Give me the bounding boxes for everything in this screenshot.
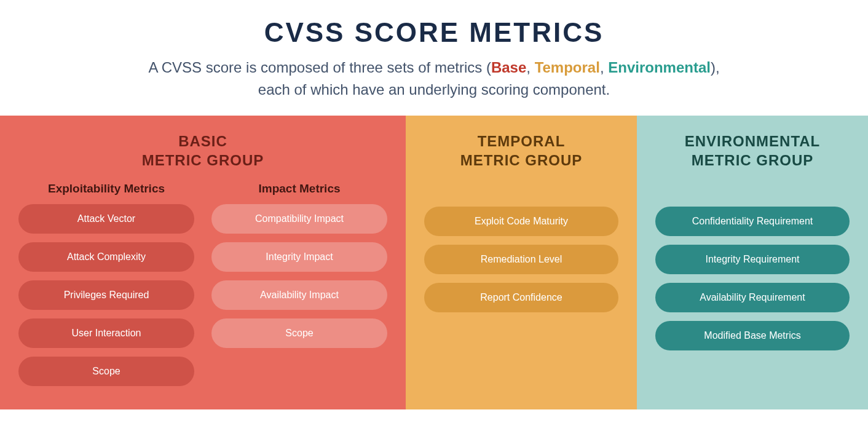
metric-pill: Modified Base Metrics: [655, 321, 850, 350]
subtitle-base: Base: [491, 59, 526, 76]
subtitle-line2: each of which have an underlying scoring…: [258, 81, 610, 98]
basic-metric-group: BASIC METRIC GROUP Exploitability Metric…: [0, 116, 406, 409]
metric-pill: Availability Impact: [211, 280, 387, 310]
subtitle-post1: ),: [711, 59, 720, 76]
metric-pill: Compatibility Impact: [211, 204, 387, 234]
subtitle-temporal: Temporal: [535, 59, 600, 76]
metric-groups: BASIC METRIC GROUP Exploitability Metric…: [0, 116, 868, 409]
environmental-metric-group: ENVIRONMENTAL METRIC GROUP Confidentiali…: [637, 116, 868, 409]
env-title-line2: METRIC GROUP: [692, 152, 814, 168]
exploitability-column: Exploitability Metrics Attack Vector Att…: [18, 182, 194, 395]
temporal-title-line2: METRIC GROUP: [460, 152, 583, 168]
subtitle-env: Environmental: [608, 59, 711, 76]
basic-group-title: BASIC METRIC GROUP: [18, 132, 387, 170]
basic-title-line1: BASIC: [178, 133, 227, 149]
metric-pill: Confidentiality Requirement: [655, 207, 850, 236]
temporal-title-line1: TEMPORAL: [478, 133, 566, 149]
metric-pill: Report Confidence: [424, 283, 618, 312]
header: CVSS SCORE METRICS A CVSS score is compo…: [0, 0, 868, 116]
metric-pill: Integrity Requirement: [655, 245, 850, 274]
metric-pill: Integrity Impact: [211, 242, 387, 272]
temporal-metric-group: TEMPORAL METRIC GROUP Exploit Code Matur…: [406, 116, 637, 409]
metric-pill: Remediation Level: [424, 245, 618, 274]
metric-pill: User Interaction: [18, 318, 194, 348]
subtitle-sep2: ,: [600, 59, 608, 76]
metric-pill: Privileges Required: [18, 280, 194, 310]
subtitle-sep1: ,: [526, 59, 534, 76]
env-title-line1: ENVIRONMENTAL: [685, 133, 821, 149]
metric-pill: Exploit Code Maturity: [424, 207, 618, 236]
metric-pill: Attack Vector: [18, 204, 194, 234]
temporal-group-title: TEMPORAL METRIC GROUP: [424, 132, 618, 170]
exploitability-heading: Exploitability Metrics: [18, 182, 194, 196]
page-subtitle: A CVSS score is composed of three sets o…: [25, 57, 843, 101]
subtitle-pre: A CVSS score is composed of three sets o…: [148, 59, 491, 76]
metric-pill: Scope: [18, 357, 194, 386]
impact-column: Impact Metrics Compatibility Impact Inte…: [211, 182, 387, 395]
env-group-title: ENVIRONMENTAL METRIC GROUP: [655, 132, 850, 170]
impact-heading: Impact Metrics: [211, 182, 387, 196]
basic-title-line2: METRIC GROUP: [142, 152, 264, 168]
metric-pill: Availability Requirement: [655, 283, 850, 312]
page-title: CVSS SCORE METRICS: [25, 17, 843, 48]
metric-pill: Attack Complexity: [18, 242, 194, 272]
metric-pill: Scope: [211, 318, 387, 348]
